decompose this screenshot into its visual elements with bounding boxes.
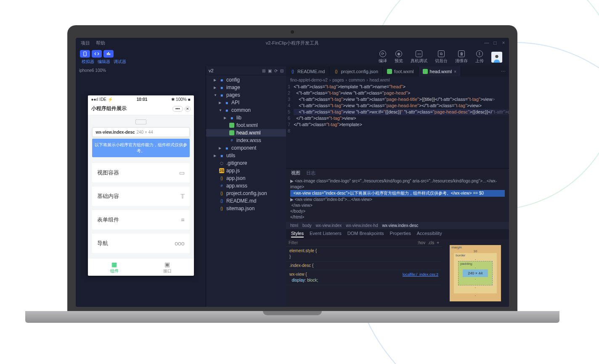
tabbar-api[interactable]: ▣接口 xyxy=(141,258,194,276)
styles-pane: :hov .cls + element.style {}.index-desc … xyxy=(286,239,442,307)
devtools-subtab[interactable]: Styles xyxy=(291,231,304,237)
editor-tab[interactable]: {}README.md xyxy=(286,66,329,76)
window-close[interactable]: × xyxy=(501,40,506,46)
list-item[interactable]: 视图容器▭ xyxy=(92,163,190,182)
tabbar-components[interactable]: ▦组件 xyxy=(88,258,141,276)
devtools-subtab[interactable]: DOM Breakpoints xyxy=(347,231,384,237)
tree-file[interactable]: {}app.json xyxy=(206,174,286,182)
css-rule[interactable]: element.style {} xyxy=(286,247,442,261)
tree-file[interactable]: {}README.md xyxy=(206,197,286,205)
tree-folder[interactable]: ▶config xyxy=(206,76,286,84)
laptop-base xyxy=(25,311,559,323)
preview-button[interactable]: ◉预览 xyxy=(395,50,403,64)
tree-file[interactable]: #index.wxss xyxy=(206,137,286,144)
code-editor[interactable]: 12345678 <"t-attr">class="t-tag">templat… xyxy=(286,84,509,168)
list-item[interactable]: 基础内容𝕋 xyxy=(92,187,190,206)
new-folder-icon[interactable]: ▣ xyxy=(268,69,272,73)
tree-file[interactable]: foot.wxml xyxy=(206,121,286,129)
upload-button[interactable]: ↥上传 xyxy=(475,50,484,64)
tree-file[interactable]: ◌.gitignore xyxy=(206,159,286,167)
list-item[interactable]: 导航ooo xyxy=(92,234,190,253)
close-icon[interactable]: × xyxy=(454,69,456,74)
remote-debug-button[interactable]: ▭真机调试 xyxy=(411,50,427,64)
grid-icon: ▦ xyxy=(88,261,141,268)
new-file-icon[interactable]: ⊞ xyxy=(262,69,265,73)
devtools-subtab[interactable]: Event Listeners xyxy=(310,231,342,237)
tree-folder[interactable]: ▶API xyxy=(206,99,286,106)
mode-editor-label: 编辑器 xyxy=(98,59,110,65)
compile-button[interactable]: ⟳编译 xyxy=(379,50,387,64)
basic-content-icon: 𝕋 xyxy=(180,193,185,200)
clear-cache-button[interactable]: 🗑清缓存 xyxy=(455,50,468,64)
background-button[interactable]: ⧉切后台 xyxy=(435,50,448,64)
capsule-menu[interactable]: ••• xyxy=(172,106,183,112)
dom-crumb[interactable]: body xyxy=(302,223,312,228)
refresh-icon[interactable]: ⟳ xyxy=(274,69,278,73)
devtools-panel: 视图 日志 ▶ <wx-image class="index-logo" src… xyxy=(286,168,509,307)
dom-crumb[interactable]: wx-view.index xyxy=(316,223,342,228)
tree-file[interactable]: {}sitemap.json xyxy=(206,205,286,212)
devtools-subtab[interactable]: Properties xyxy=(390,231,411,237)
svg-rect-3 xyxy=(109,53,110,55)
devtools-tab-view[interactable]: 视图 xyxy=(291,170,300,176)
svg-rect-0 xyxy=(84,52,86,56)
more-icon[interactable]: ⋯ xyxy=(498,69,509,74)
devtools-tab-log[interactable]: 日志 xyxy=(306,170,315,176)
mode-editor-button[interactable] xyxy=(92,50,102,58)
editor-panel: {}README.md{}project.config.jsonfoot.wxm… xyxy=(286,66,509,307)
tree-folder[interactable]: ▶image xyxy=(206,84,286,91)
editor-tab[interactable]: {}project.config.json xyxy=(329,66,383,76)
mode-simulator-button[interactable] xyxy=(80,50,90,58)
tree-folder[interactable]: ▶utils xyxy=(206,152,286,159)
tree-file[interactable]: JSapp.js xyxy=(206,167,286,174)
devtools-subtab[interactable]: Accessibility xyxy=(417,231,442,237)
user-avatar[interactable] xyxy=(491,52,502,63)
tree-folder[interactable]: ▼pages xyxy=(206,91,286,99)
minimap[interactable] xyxy=(492,84,509,168)
svg-rect-2 xyxy=(108,52,109,55)
window-min[interactable]: — xyxy=(484,40,490,46)
crumb[interactable]: pages xyxy=(332,78,344,82)
simulator-panel: iphone6 100% ●●ıl IDE ⚡ 10:01 ✱ 100% ■ 小… xyxy=(76,66,206,307)
dom-crumb[interactable]: wx-view.index-desc xyxy=(382,223,418,228)
editor-tab[interactable]: head.wxml× xyxy=(419,66,461,76)
simulator-device-label: iphone6 100% xyxy=(76,66,206,74)
editor-tabs: {}README.md{}project.config.jsonfoot.wxm… xyxy=(286,66,509,76)
capsule-close[interactable]: ✕ xyxy=(185,106,191,112)
toolbar: 模拟器 编辑器 调试器 ⟳编译 ◉预览 ▭真机调试 ⧉切后台 🗑清缓存 ↥上传 xyxy=(76,48,509,66)
tree-file[interactable]: head.wxml xyxy=(206,129,286,137)
tree-file[interactable]: {}project.config.json xyxy=(206,190,286,197)
collapse-icon[interactable]: ⊟ xyxy=(280,69,284,73)
mini-app-title: 小程序组件展示 xyxy=(91,105,127,112)
tree-folder[interactable]: ▼common xyxy=(206,106,286,114)
cls-toggle[interactable]: .cls xyxy=(428,240,434,245)
hov-toggle[interactable]: :hov xyxy=(417,240,425,245)
window-max[interactable]: □ xyxy=(492,40,498,46)
mode-debugger-label: 调试器 xyxy=(114,59,126,65)
crumb[interactable]: common xyxy=(349,78,365,82)
dom-tree[interactable]: ▶ <wx-image class="index-logo" src="../r… xyxy=(286,177,509,222)
window-title: v2-FinClip小程序开发工具 xyxy=(266,40,319,46)
tree-file[interactable]: #app.wxss xyxy=(206,182,286,190)
tree-folder[interactable]: ▶component xyxy=(206,144,286,152)
title-bar: 项目 帮助 v2-FinClip小程序开发工具 — □ × xyxy=(76,38,509,48)
dom-crumb[interactable]: html xyxy=(290,223,298,228)
crumb[interactable]: fino-applet-demo-v2 xyxy=(290,78,328,82)
phone-preview: ●●ıl IDE ⚡ 10:01 ✱ 100% ■ 小程序组件展示 ••• ✕ xyxy=(88,95,194,276)
laptop-camera xyxy=(291,30,294,34)
menu-help[interactable]: 帮助 xyxy=(96,40,105,46)
inspect-tooltip: wx-view.index-desc240 × 44 xyxy=(92,127,190,137)
editor-tab[interactable]: foot.wxml xyxy=(383,66,418,76)
styles-filter-input[interactable] xyxy=(286,239,415,246)
list-item[interactable]: 表单组件≡ xyxy=(92,210,190,229)
css-rule[interactable]: wx-view {localfile:/_index.css:2 display… xyxy=(286,270,442,285)
mode-debugger-button[interactable] xyxy=(103,50,114,58)
crumb[interactable]: head.wxml xyxy=(370,78,390,82)
add-rule-icon[interactable]: + xyxy=(437,240,439,245)
file-explorer: v2 ⊞ ▣ ⟳ ⊟ ▶config▶image▼pages▶API▼commo… xyxy=(206,66,286,307)
menu-project[interactable]: 项目 xyxy=(81,40,90,46)
css-rule[interactable]: .index-desc {</span><br>&nbsp;&nbsp;<spa… xyxy=(286,261,442,270)
chip-icon: ▣ xyxy=(141,261,194,268)
dom-crumb[interactable]: wx-view.index-hd xyxy=(346,223,378,228)
tree-folder[interactable]: ▶lib xyxy=(206,114,286,121)
